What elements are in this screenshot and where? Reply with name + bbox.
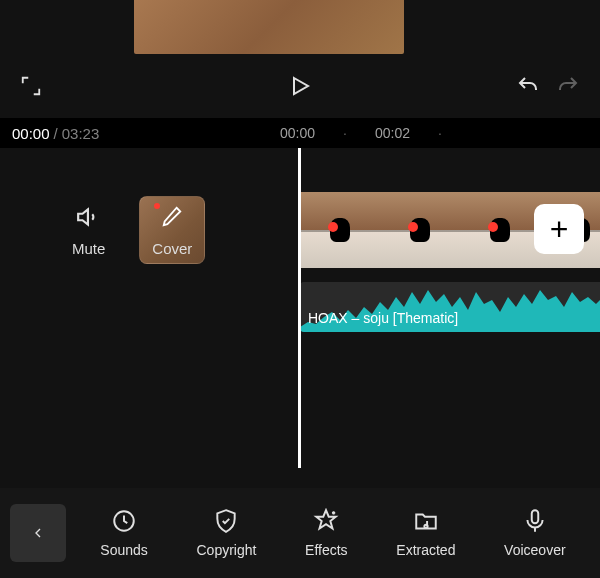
ruler-ticks: 00:00 · 00:02 ·: [280, 118, 600, 148]
clip-thumbnail[interactable]: [300, 192, 380, 268]
mute-button[interactable]: Mute: [72, 204, 105, 257]
cover-button[interactable]: Cover: [139, 196, 205, 264]
tick-label: 00:02: [375, 125, 410, 141]
timeline[interactable]: Mute Cover + HOAX – soju [Thematic]: [0, 148, 600, 488]
redo-button[interactable]: [556, 74, 580, 98]
svg-rect-2: [532, 510, 539, 523]
disc-icon: [111, 508, 137, 534]
fullscreen-icon[interactable]: [20, 75, 42, 97]
effects-label: Effects: [305, 542, 348, 558]
voiceover-label: Voiceover: [504, 542, 565, 558]
time-separator: /: [50, 125, 62, 142]
audio-track-label: HOAX – soju [Thematic]: [308, 310, 458, 326]
tick-dot: ·: [438, 125, 442, 141]
shield-check-icon: [213, 508, 239, 534]
bottom-toolbar: Sounds Copyright Effects: [0, 488, 600, 578]
plus-icon: +: [550, 211, 569, 248]
timeline-left-tools: Mute Cover: [72, 196, 205, 264]
cover-red-accent: [154, 203, 160, 209]
undo-button[interactable]: [516, 74, 540, 98]
play-button[interactable]: [288, 74, 312, 98]
speaker-icon: [76, 204, 102, 230]
clip-thumbnail[interactable]: [460, 192, 540, 268]
copyright-label: Copyright: [196, 542, 256, 558]
extracted-button[interactable]: Extracted: [396, 508, 455, 558]
total-duration: 03:23: [62, 125, 100, 142]
video-preview[interactable]: [134, 0, 404, 54]
playhead[interactable]: [298, 148, 301, 468]
add-clip-button[interactable]: +: [534, 204, 584, 254]
copyright-button[interactable]: Copyright: [196, 508, 256, 558]
svg-point-1: [424, 525, 427, 528]
voiceover-button[interactable]: Voiceover: [504, 508, 565, 558]
audio-track[interactable]: HOAX – soju [Thematic]: [300, 282, 600, 332]
player-controls: [0, 66, 600, 106]
cover-label: Cover: [152, 240, 192, 257]
tick-dot: ·: [343, 125, 347, 141]
folder-music-icon: [413, 508, 439, 534]
current-time: 00:00: [12, 125, 50, 142]
pencil-icon: [161, 205, 183, 227]
effects-button[interactable]: Effects: [305, 508, 348, 558]
sounds-button[interactable]: Sounds: [100, 508, 147, 558]
time-ruler[interactable]: 00:00 / 03:23 00:00 · 00:02 ·: [0, 118, 600, 148]
extracted-label: Extracted: [396, 542, 455, 558]
clip-thumbnail[interactable]: [380, 192, 460, 268]
microphone-icon: [522, 508, 548, 534]
mute-label: Mute: [72, 240, 105, 257]
star-sparkle-icon: [313, 508, 339, 534]
sounds-label: Sounds: [100, 542, 147, 558]
back-button[interactable]: [10, 504, 66, 562]
tick-label: 00:00: [280, 125, 315, 141]
